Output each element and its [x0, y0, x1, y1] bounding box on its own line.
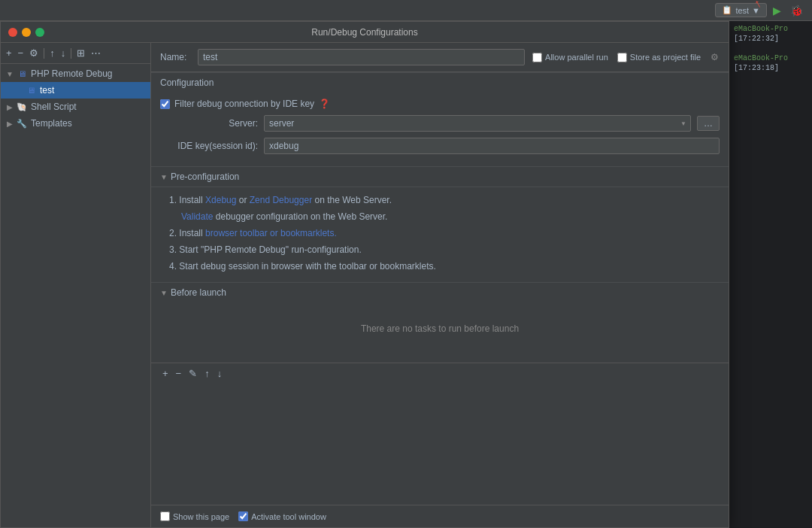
- before-launch-header[interactable]: ▼ Before launch: [151, 282, 729, 302]
- php-remote-debug-label: PHP Remote Debug: [31, 68, 113, 79]
- templates-label: Templates: [31, 118, 72, 129]
- copy-config-button[interactable]: ⚙: [27, 46, 41, 60]
- dialog-titlebar: Run/Debug Configurations: [1, 22, 729, 43]
- toolbar-separator-2: [71, 48, 71, 59]
- activate-tool-label: Activate tool window: [251, 512, 326, 521]
- pre-config-validate: Validate debugger configuration on the W…: [181, 210, 710, 223]
- server-row: Server: server …: [160, 115, 720, 132]
- traffic-lights: [8, 28, 44, 37]
- before-launch-arrow: ▼: [160, 289, 168, 297]
- pre-config-step-1: 1. Install Xdebug or Zend Debugger on th…: [169, 193, 710, 207]
- filter-debug-label: Filter debug connection by IDE key: [174, 99, 314, 109]
- ide-key-row: IDE key(session id):: [160, 138, 720, 154]
- store-project-label: Store as project file: [630, 53, 701, 62]
- pre-config-header[interactable]: ▼ Pre-configuration: [151, 166, 729, 187]
- header-options: Allow parallel run Store as project file…: [532, 51, 720, 63]
- before-launch-content: There are no tasks to run before launch: [151, 302, 729, 363]
- sidebar-item-php-remote-debug[interactable]: ▼ 🖥 PHP Remote Debug: [1, 65, 150, 82]
- run-config-label: test: [735, 6, 749, 15]
- dialog-title: Run/Debug Configurations: [311, 27, 417, 38]
- server-label: Server:: [160, 118, 258, 129]
- filter-debug-checkbox[interactable]: [160, 99, 170, 109]
- test-config-label: test: [40, 85, 54, 96]
- configuration-section-header[interactable]: Configuration: [151, 72, 729, 93]
- dialog-body: + − ⚙ ↑ ↓ ⊞ ⋯ ▼ 🖥: [1, 43, 729, 527]
- sidebar-item-test[interactable]: 🖥 test: [1, 82, 150, 99]
- remove-config-button[interactable]: −: [16, 46, 26, 60]
- activate-tool-checkbox[interactable]: [238, 511, 248, 521]
- config-name-row: Name: Allow parallel run Store as projec…: [151, 43, 729, 72]
- pre-config-body: 1. Install Xdebug or Zend Debugger on th…: [151, 187, 729, 282]
- test-config-icon: 🖥: [25, 84, 37, 96]
- server-select-container: server: [264, 115, 691, 132]
- allow-parallel-label: Allow parallel run: [545, 53, 608, 62]
- sidebar-item-shell-script[interactable]: ▶ 🐚 Shell Script: [1, 99, 150, 115]
- launch-edit-button[interactable]: ✎: [186, 366, 199, 381]
- launch-toolbar: + − ✎ ↑ ↓: [151, 363, 729, 384]
- templates-icon: 🔧: [16, 117, 28, 129]
- before-launch-title: Before launch: [171, 287, 226, 298]
- configuration-section-body: Filter debug connection by IDE key ❓ Ser…: [151, 93, 729, 166]
- shell-expand-arrow: ▶: [4, 103, 16, 111]
- xdebug-link[interactable]: Xdebug: [205, 195, 236, 205]
- ide-key-label: IDE key(session id):: [160, 141, 258, 151]
- before-launch-empty: There are no tasks to run before launch: [160, 308, 720, 349]
- templates-expand-arrow: ▶: [4, 120, 16, 128]
- allow-parallel-checkbox[interactable]: [532, 53, 542, 62]
- configuration-section-title: Configuration: [160, 77, 214, 88]
- sort-button[interactable]: ⊞: [74, 46, 87, 60]
- sidebar-item-templates[interactable]: ▶ 🔧 Templates: [1, 115, 150, 132]
- terminal-panel: eMacBook-Pro [17:22:32] eMacBook-Pro [17…: [729, 21, 812, 528]
- activate-tool-group: Activate tool window: [238, 511, 326, 521]
- close-button[interactable]: [8, 28, 17, 37]
- pre-config-title: Pre-configuration: [171, 171, 239, 182]
- name-input[interactable]: [198, 49, 525, 65]
- add-config-button[interactable]: +: [4, 46, 14, 60]
- toolbar-separator: [44, 48, 44, 59]
- run-button[interactable]: ▶: [770, 3, 784, 18]
- shell-script-icon: 🐚: [16, 101, 28, 113]
- dialog-footer: Show this page Activate tool window: [151, 505, 729, 527]
- minimize-button[interactable]: [22, 28, 31, 37]
- pre-config-arrow: ▼: [160, 173, 168, 181]
- terminal-line-4: eMacBook-Pro: [729, 53, 812, 63]
- move-down-button[interactable]: ↓: [59, 46, 68, 60]
- config-content: Name: Allow parallel run Store as projec…: [151, 43, 729, 527]
- filter-button[interactable]: ⋯: [89, 46, 103, 60]
- show-page-group: Show this page: [160, 511, 229, 521]
- expand-arrow: ▼: [4, 70, 16, 78]
- run-config-icon: 📋: [722, 5, 732, 15]
- name-label: Name:: [160, 52, 190, 62]
- launch-up-button[interactable]: ↑: [202, 366, 212, 381]
- sidebar-toolbar: + − ⚙ ↑ ↓ ⊞ ⋯: [1, 43, 150, 64]
- zend-debugger-link[interactable]: Zend Debugger: [250, 195, 312, 205]
- ide-key-input[interactable]: [264, 138, 720, 154]
- filter-debug-row: Filter debug connection by IDE key ❓: [160, 99, 720, 109]
- server-more-button[interactable]: …: [697, 116, 720, 131]
- pre-config-step-4: 4. Start debug session in browser with t…: [169, 259, 710, 273]
- options-more-button[interactable]: ⚙: [710, 51, 720, 63]
- pre-config-step-2: 2. Install browser toolbar or bookmarkle…: [169, 226, 710, 240]
- pre-config-step-3: 3. Start "PHP Remote Debug" run-configur…: [169, 243, 710, 256]
- terminal-line-2: [17:22:32]: [729, 34, 812, 44]
- show-page-checkbox[interactable]: [160, 511, 170, 521]
- launch-remove-button[interactable]: −: [174, 366, 184, 381]
- move-up-button[interactable]: ↑: [47, 46, 57, 60]
- debug-button[interactable]: 🐞: [787, 3, 806, 18]
- launch-add-button[interactable]: +: [160, 366, 171, 381]
- show-page-label: Show this page: [173, 512, 229, 521]
- store-project-checkbox[interactable]: [617, 53, 627, 62]
- dialog-container: Run/Debug Configurations + − ⚙ ↑ ↓ ⊞ ⋯: [0, 21, 729, 528]
- validate-link[interactable]: Validate: [181, 211, 213, 222]
- help-icon[interactable]: ❓: [319, 99, 330, 109]
- launch-down-button[interactable]: ↓: [215, 366, 225, 381]
- terminal-line-3: [729, 44, 812, 53]
- store-project-group: Store as project file: [617, 53, 701, 62]
- maximize-button[interactable]: [35, 28, 44, 37]
- terminal-line-1: eMacBook-Pro: [729, 24, 812, 34]
- config-scroll-area: Configuration Filter debug connection by…: [151, 72, 729, 505]
- server-select[interactable]: server: [264, 115, 691, 132]
- run-debug-dialog: Run/Debug Configurations + − ⚙ ↑ ↓ ⊞ ⋯: [0, 21, 729, 528]
- browser-toolbar-link[interactable]: browser toolbar or bookmarklets.: [205, 228, 337, 238]
- shell-script-label: Shell Script: [31, 102, 77, 112]
